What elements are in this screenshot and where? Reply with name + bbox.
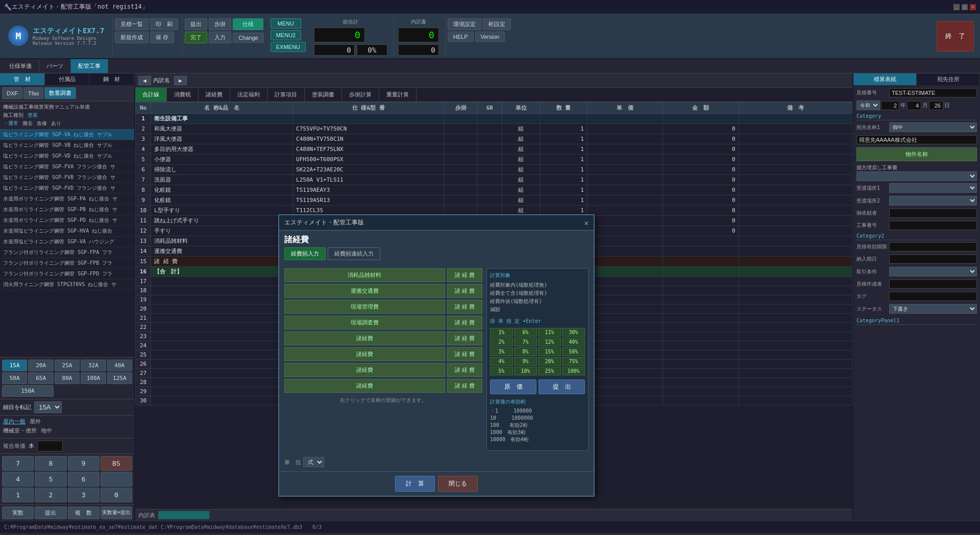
pipe-size-25a[interactable]: 25A xyxy=(55,360,80,371)
year-input[interactable] xyxy=(881,101,899,110)
uketori2-select[interactable] xyxy=(889,196,977,206)
cell-name[interactable]: 諸 経 費 xyxy=(151,257,293,267)
cell-amount[interactable]: 0 xyxy=(663,155,739,165)
pipe-size-80a[interactable]: 80A xyxy=(55,372,80,384)
cell-amount[interactable] xyxy=(663,267,739,277)
cell-name[interactable]: 化粧鏡 xyxy=(151,195,293,206)
cell-unit[interactable]: 組 xyxy=(502,165,540,175)
dialog-item-shokeihi-7r[interactable]: 諸 経 費 xyxy=(447,363,482,377)
dialog-item-shokeihi-8[interactable]: 諸経費 xyxy=(284,379,445,393)
cell-qty[interactable]: 1 xyxy=(540,144,587,155)
list-item[interactable]: フランジ付ポリライニング鋼管 SGP-FPB フラ xyxy=(0,258,134,269)
cell-note[interactable] xyxy=(739,369,852,378)
pct-15[interactable]: 15% xyxy=(538,347,561,356)
num-5[interactable]: 5 xyxy=(35,472,66,487)
cell-unit[interactable]: 組 xyxy=(502,134,540,144)
cell-spec[interactable]: UFH500+T600PSX xyxy=(293,155,445,165)
cell-name[interactable] xyxy=(151,277,293,286)
sheet-tab-aruki[interactable]: 歩掛計算 xyxy=(342,88,379,101)
tab-parts[interactable]: パーツ xyxy=(39,59,71,73)
cell-note[interactable] xyxy=(739,216,852,226)
sakusei-input[interactable] xyxy=(889,279,977,289)
cell-price[interactable] xyxy=(587,155,663,165)
cell-price[interactable] xyxy=(587,246,663,257)
pipe-size-50a[interactable]: 50A xyxy=(2,372,27,384)
cell-unit[interactable]: 組 xyxy=(502,195,540,206)
tab-shiyou-tanka[interactable]: 仕様単価 xyxy=(2,59,39,73)
tfas-button[interactable]: Tfas xyxy=(23,87,43,99)
menu-button[interactable]: MENU xyxy=(271,18,301,29)
cell-name[interactable] xyxy=(151,396,293,405)
backspace-button[interactable]: BS xyxy=(101,456,132,471)
cell-note[interactable] xyxy=(739,286,852,295)
cell-name[interactable] xyxy=(151,341,293,350)
teishutsu-bottom-button[interactable]: 提出 xyxy=(35,506,66,519)
status-select[interactable]: 下書き xyxy=(889,304,977,314)
sheet-tab-shokeihi[interactable]: 諸経費 xyxy=(199,88,230,101)
tab-haikan-koji[interactable]: 配管工事 xyxy=(71,59,108,73)
list-item[interactable]: 塩ビライニング鋼管 SGP-FVD フランジ接合 サ xyxy=(0,183,134,194)
cell-note[interactable] xyxy=(739,246,852,257)
calc-item-3[interactable]: 経費外抜(端数処理有) xyxy=(490,297,585,305)
cell-aruki[interactable] xyxy=(444,155,477,165)
dialog-item-shokeihi-2[interactable]: 諸 経 費 xyxy=(447,284,482,298)
cell-gr[interactable] xyxy=(477,175,502,185)
dialog-item-shokeihi-4[interactable]: 諸 経 費 xyxy=(447,316,482,329)
cell-gr[interactable] xyxy=(477,165,502,175)
cell-note[interactable] xyxy=(739,185,852,195)
pipe-size-125a[interactable]: 125A xyxy=(107,372,132,384)
category-okugai[interactable]: 屋外 xyxy=(30,418,41,425)
sidebar-tab-fuzokuhin[interactable]: 付属品 xyxy=(45,73,90,85)
cell-note[interactable] xyxy=(739,350,852,360)
nav-left-button[interactable]: ◄ xyxy=(138,76,151,85)
teian-select[interactable] xyxy=(856,171,977,181)
table-row[interactable]: 9 化粧鏡 TS119ASR13 組 1 0 xyxy=(136,195,852,206)
cell-name[interactable] xyxy=(151,387,293,396)
correction-kaishu[interactable]: 改修 xyxy=(37,120,47,127)
cell-name[interactable] xyxy=(151,369,293,378)
butsumei-btn[interactable]: 物件名称 xyxy=(856,147,977,161)
hozon-button[interactable]: 保 存 xyxy=(150,32,174,43)
shiyou-button[interactable]: 仕様 xyxy=(233,18,263,30)
mitsumori-ichiran-button[interactable]: 見積一覧 xyxy=(115,18,149,30)
pipe-size-40a[interactable]: 40A xyxy=(107,360,132,371)
pct-50[interactable]: 50% xyxy=(562,347,585,356)
keta-button[interactable]: 桁設定 xyxy=(483,18,511,30)
cell-note[interactable] xyxy=(739,114,852,124)
cell-amount[interactable]: 0 xyxy=(663,185,739,195)
cell-unit[interactable]: 組 xyxy=(502,155,540,165)
cell-price[interactable] xyxy=(587,144,663,155)
cell-note[interactable] xyxy=(739,144,852,155)
cell-note[interactable] xyxy=(739,124,852,134)
cell-amount[interactable]: 0 xyxy=(663,165,739,175)
pipe-size-15a[interactable]: 15A xyxy=(2,360,27,371)
cell-amount[interactable]: 0 xyxy=(663,206,739,216)
cell-unit[interactable]: 組 xyxy=(502,185,540,195)
sidebar-tab-kozai[interactable]: 鋼 材 xyxy=(89,73,134,85)
pct-3[interactable]: 3% xyxy=(490,347,513,356)
cell-spec[interactable]: C480N+TV750C1N xyxy=(293,134,445,144)
owari-button[interactable]: 終 了 xyxy=(937,21,974,52)
aruki-button[interactable]: 歩掛 xyxy=(209,18,231,30)
cell-name[interactable]: 衛生設備工事 xyxy=(151,114,293,124)
jissuuryo-teishutsu-button[interactable]: 実数量=提出 xyxy=(101,506,132,519)
cell-amount[interactable] xyxy=(663,350,739,360)
cell-name[interactable]: 消耗品雑材料 xyxy=(151,236,293,246)
cell-spec[interactable]: L250A V1+TLS11 xyxy=(293,175,445,185)
cell-price[interactable] xyxy=(587,387,663,396)
cell-qty[interactable]: 1 xyxy=(540,155,587,165)
cell-price[interactable] xyxy=(587,185,663,195)
cell-amount[interactable] xyxy=(663,341,739,350)
cell-price[interactable] xyxy=(587,341,663,350)
dialog-item-shokeihi-8r[interactable]: 諸 経 費 xyxy=(447,379,482,393)
pct-100[interactable]: 100% xyxy=(562,367,585,375)
table-row[interactable]: 8 化粧鏡 TS119AEAY3 組 1 0 xyxy=(136,185,852,195)
jissuu-button[interactable]: 実数 xyxy=(2,506,34,519)
list-item[interactable]: 塩ビライニング鋼管 SGP-FVB フランジ接合 サ xyxy=(0,172,134,183)
cell-note[interactable] xyxy=(739,387,852,396)
tag-input[interactable] xyxy=(889,292,977,301)
exmenu-button[interactable]: EXMENU xyxy=(271,42,306,52)
dialog-item-shokeihi-5r[interactable]: 諸 経 費 xyxy=(447,332,482,345)
cell-amount[interactable]: 0 xyxy=(663,124,739,134)
suryousho-button[interactable]: 数量調書 xyxy=(44,87,76,99)
